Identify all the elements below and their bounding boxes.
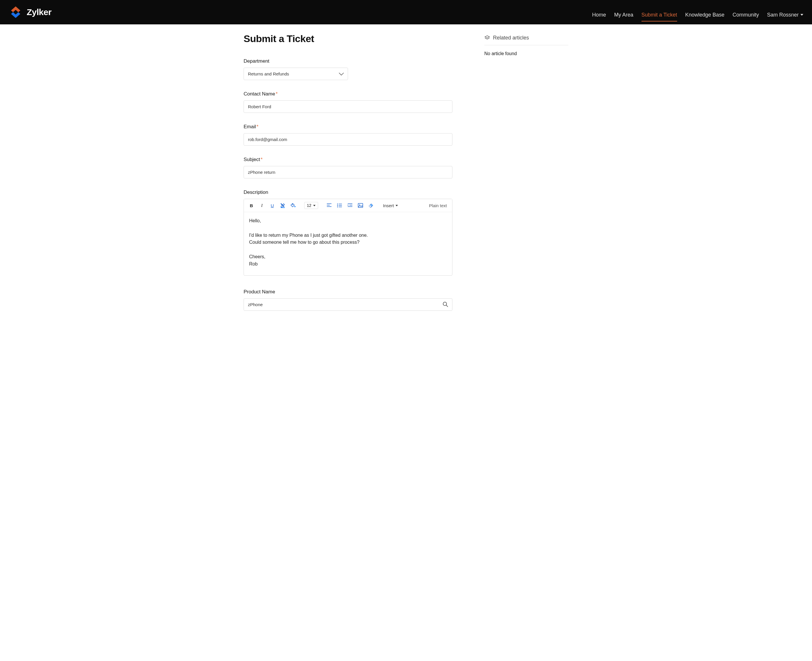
required-asterisk: * (276, 91, 278, 97)
product-name-label: Product Name (244, 289, 452, 295)
field-subject: Subject* (244, 157, 452, 179)
product-name-input[interactable] (244, 298, 452, 311)
email-input[interactable] (244, 133, 452, 146)
nav-knowledge-base[interactable]: Knowledge Base (685, 4, 724, 21)
contact-name-label: Contact Name* (244, 91, 452, 97)
bold-button[interactable]: B (247, 201, 255, 209)
subject-label: Subject* (244, 157, 452, 163)
description-label: Description (244, 190, 452, 195)
rich-text-editor: B I U 12 (244, 199, 452, 276)
top-nav: Zylker Home My Area Submit a Ticket Know… (0, 0, 812, 24)
email-label: Email* (244, 124, 452, 130)
department-select[interactable]: Returns and Refunds (244, 68, 348, 80)
nav-links: Home My Area Submit a Ticket Knowledge B… (592, 4, 803, 21)
department-label: Department (244, 58, 348, 64)
eraser-button[interactable] (367, 201, 375, 209)
nav-submit-ticket[interactable]: Submit a Ticket (642, 4, 677, 21)
description-textarea[interactable]: Hello, I'd like to return my Phone as I … (244, 212, 452, 275)
chevron-down-icon (313, 205, 315, 206)
italic-button[interactable]: I (258, 201, 266, 209)
layers-icon (484, 35, 490, 41)
editor-toolbar: B I U 12 (244, 199, 452, 212)
svg-rect-14 (358, 203, 363, 208)
related-articles-empty: No article found (484, 51, 568, 56)
fill-color-button[interactable] (289, 201, 297, 209)
nav-user-label: Sam Rossner (767, 12, 799, 18)
chevron-down-icon (396, 205, 398, 206)
field-email: Email* (244, 124, 452, 146)
subject-input[interactable] (244, 166, 452, 179)
nav-my-area[interactable]: My Area (614, 4, 634, 21)
required-asterisk: * (261, 157, 263, 162)
contact-name-input[interactable] (244, 101, 452, 113)
svg-point-6 (337, 205, 338, 206)
svg-rect-0 (281, 208, 285, 208)
nav-home[interactable]: Home (592, 4, 606, 21)
insert-menu[interactable]: Insert (382, 203, 399, 208)
brand-logo-icon (9, 5, 22, 19)
field-description: Description B I U 12 (244, 190, 452, 276)
related-articles-header: Related articles (484, 35, 568, 45)
svg-point-1 (295, 206, 296, 207)
required-asterisk: * (256, 124, 259, 129)
align-button[interactable] (325, 201, 333, 209)
brand: Zylker (9, 5, 51, 19)
sidebar: Related articles No article found (484, 33, 568, 311)
field-contact-name: Contact Name* (244, 91, 452, 113)
page-title: Submit a Ticket (244, 33, 467, 45)
nav-community[interactable]: Community (732, 4, 759, 21)
brand-name: Zylker (27, 7, 51, 17)
chevron-down-icon (801, 14, 803, 16)
underline-button[interactable]: U (268, 201, 276, 209)
image-button[interactable] (357, 201, 365, 209)
svg-point-5 (337, 204, 338, 204)
text-color-button[interactable] (279, 201, 287, 209)
field-product-name: Product Name (244, 289, 452, 311)
plain-text-toggle[interactable]: Plain text (429, 203, 449, 208)
field-department: Department Returns and Refunds (244, 58, 348, 80)
font-size-select[interactable]: 12 (304, 202, 318, 209)
svg-point-7 (337, 207, 338, 208)
bullet-list-button[interactable] (336, 201, 344, 209)
nav-user-menu[interactable]: Sam Rossner (767, 4, 803, 21)
indent-button[interactable] (346, 201, 354, 209)
